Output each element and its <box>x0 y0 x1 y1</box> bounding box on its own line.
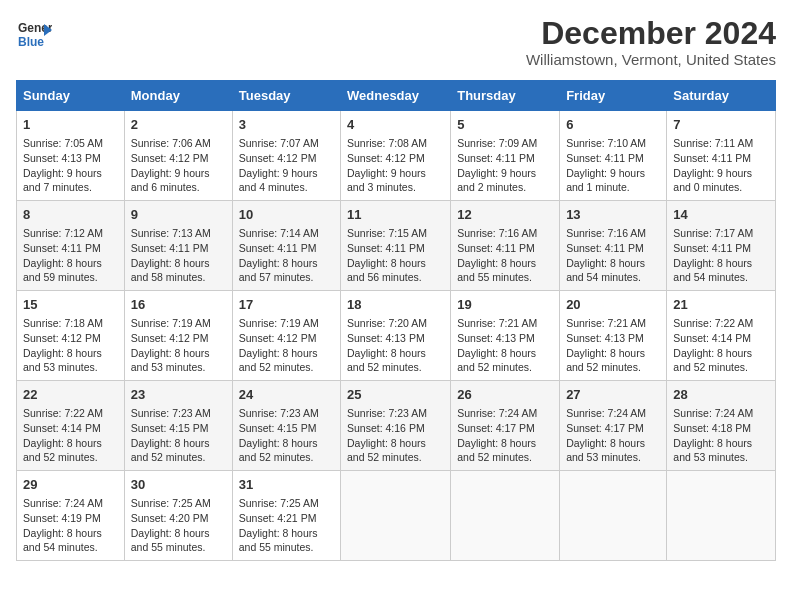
daylight-label: Daylight: 8 hours and 55 minutes. <box>457 257 536 284</box>
calendar-cell: 23 Sunrise: 7:23 AM Sunset: 4:15 PM Dayl… <box>124 381 232 471</box>
sunset-label: Sunset: 4:12 PM <box>131 332 209 344</box>
sunset-label: Sunset: 4:12 PM <box>239 332 317 344</box>
day-number: 12 <box>457 206 553 224</box>
day-header-tuesday: Tuesday <box>232 81 340 111</box>
daylight-label: Daylight: 8 hours and 55 minutes. <box>131 527 210 554</box>
sunrise-label: Sunrise: 7:23 AM <box>239 407 319 419</box>
sunrise-label: Sunrise: 7:17 AM <box>673 227 753 239</box>
day-number: 11 <box>347 206 444 224</box>
daylight-label: Daylight: 8 hours and 53 minutes. <box>131 347 210 374</box>
logo: General Blue <box>16 16 52 52</box>
day-header-friday: Friday <box>560 81 667 111</box>
day-number: 14 <box>673 206 769 224</box>
calendar-cell: 20 Sunrise: 7:21 AM Sunset: 4:13 PM Dayl… <box>560 291 667 381</box>
daylight-label: Daylight: 8 hours and 52 minutes. <box>239 347 318 374</box>
sunrise-label: Sunrise: 7:23 AM <box>131 407 211 419</box>
calendar-cell: 30 Sunrise: 7:25 AM Sunset: 4:20 PM Dayl… <box>124 470 232 560</box>
day-number: 29 <box>23 476 118 494</box>
sunset-label: Sunset: 4:14 PM <box>673 332 751 344</box>
month-title: December 2024 <box>526 16 776 51</box>
calendar-week-5: 29 Sunrise: 7:24 AM Sunset: 4:19 PM Dayl… <box>17 470 776 560</box>
day-number: 8 <box>23 206 118 224</box>
calendar-cell <box>560 470 667 560</box>
daylight-label: Daylight: 8 hours and 58 minutes. <box>131 257 210 284</box>
sunrise-label: Sunrise: 7:19 AM <box>239 317 319 329</box>
sunrise-label: Sunrise: 7:16 AM <box>457 227 537 239</box>
day-header-monday: Monday <box>124 81 232 111</box>
sunset-label: Sunset: 4:18 PM <box>673 422 751 434</box>
day-number: 20 <box>566 296 660 314</box>
calendar-cell: 3 Sunrise: 7:07 AM Sunset: 4:12 PM Dayli… <box>232 111 340 201</box>
calendar-cell: 10 Sunrise: 7:14 AM Sunset: 4:11 PM Dayl… <box>232 201 340 291</box>
sunrise-label: Sunrise: 7:22 AM <box>23 407 103 419</box>
daylight-label: Daylight: 9 hours and 1 minute. <box>566 167 645 194</box>
sunrise-label: Sunrise: 7:21 AM <box>457 317 537 329</box>
sunset-label: Sunset: 4:11 PM <box>566 152 644 164</box>
daylight-label: Daylight: 8 hours and 54 minutes. <box>673 257 752 284</box>
sunrise-label: Sunrise: 7:06 AM <box>131 137 211 149</box>
sunrise-label: Sunrise: 7:25 AM <box>131 497 211 509</box>
sunrise-label: Sunrise: 7:24 AM <box>23 497 103 509</box>
daylight-label: Daylight: 8 hours and 52 minutes. <box>566 347 645 374</box>
daylight-label: Daylight: 8 hours and 54 minutes. <box>23 527 102 554</box>
calendar-cell: 26 Sunrise: 7:24 AM Sunset: 4:17 PM Dayl… <box>451 381 560 471</box>
calendar-cell: 12 Sunrise: 7:16 AM Sunset: 4:11 PM Dayl… <box>451 201 560 291</box>
calendar-cell: 21 Sunrise: 7:22 AM Sunset: 4:14 PM Dayl… <box>667 291 776 381</box>
sunrise-label: Sunrise: 7:23 AM <box>347 407 427 419</box>
calendar-cell <box>341 470 451 560</box>
daylight-label: Daylight: 8 hours and 56 minutes. <box>347 257 426 284</box>
daylight-label: Daylight: 8 hours and 53 minutes. <box>673 437 752 464</box>
day-number: 16 <box>131 296 226 314</box>
calendar-week-4: 22 Sunrise: 7:22 AM Sunset: 4:14 PM Dayl… <box>17 381 776 471</box>
calendar-cell: 2 Sunrise: 7:06 AM Sunset: 4:12 PM Dayli… <box>124 111 232 201</box>
daylight-label: Daylight: 9 hours and 2 minutes. <box>457 167 536 194</box>
header: General Blue December 2024 Williamstown,… <box>16 16 776 68</box>
sunset-label: Sunset: 4:11 PM <box>239 242 317 254</box>
day-number: 4 <box>347 116 444 134</box>
daylight-label: Daylight: 8 hours and 52 minutes. <box>457 437 536 464</box>
daylight-label: Daylight: 9 hours and 3 minutes. <box>347 167 426 194</box>
daylight-label: Daylight: 8 hours and 53 minutes. <box>23 347 102 374</box>
daylight-label: Daylight: 8 hours and 52 minutes. <box>673 347 752 374</box>
day-header-wednesday: Wednesday <box>341 81 451 111</box>
sunrise-label: Sunrise: 7:05 AM <box>23 137 103 149</box>
sunrise-label: Sunrise: 7:18 AM <box>23 317 103 329</box>
sunset-label: Sunset: 4:13 PM <box>23 152 101 164</box>
day-number: 27 <box>566 386 660 404</box>
day-number: 28 <box>673 386 769 404</box>
sunrise-label: Sunrise: 7:13 AM <box>131 227 211 239</box>
sunset-label: Sunset: 4:15 PM <box>239 422 317 434</box>
daylight-label: Daylight: 8 hours and 57 minutes. <box>239 257 318 284</box>
calendar-cell: 11 Sunrise: 7:15 AM Sunset: 4:11 PM Dayl… <box>341 201 451 291</box>
sunset-label: Sunset: 4:19 PM <box>23 512 101 524</box>
day-number: 22 <box>23 386 118 404</box>
sunset-label: Sunset: 4:21 PM <box>239 512 317 524</box>
calendar-table: SundayMondayTuesdayWednesdayThursdayFrid… <box>16 80 776 561</box>
day-number: 9 <box>131 206 226 224</box>
calendar-cell: 22 Sunrise: 7:22 AM Sunset: 4:14 PM Dayl… <box>17 381 125 471</box>
calendar-cell: 6 Sunrise: 7:10 AM Sunset: 4:11 PM Dayli… <box>560 111 667 201</box>
sunset-label: Sunset: 4:17 PM <box>566 422 644 434</box>
sunset-label: Sunset: 4:11 PM <box>23 242 101 254</box>
daylight-label: Daylight: 9 hours and 4 minutes. <box>239 167 318 194</box>
calendar-cell: 29 Sunrise: 7:24 AM Sunset: 4:19 PM Dayl… <box>17 470 125 560</box>
day-number: 10 <box>239 206 334 224</box>
sunrise-label: Sunrise: 7:08 AM <box>347 137 427 149</box>
day-number: 23 <box>131 386 226 404</box>
calendar-cell: 31 Sunrise: 7:25 AM Sunset: 4:21 PM Dayl… <box>232 470 340 560</box>
sunset-label: Sunset: 4:11 PM <box>347 242 425 254</box>
sunset-label: Sunset: 4:11 PM <box>457 152 535 164</box>
sunset-label: Sunset: 4:13 PM <box>566 332 644 344</box>
daylight-label: Daylight: 9 hours and 0 minutes. <box>673 167 752 194</box>
sunrise-label: Sunrise: 7:09 AM <box>457 137 537 149</box>
calendar-week-2: 8 Sunrise: 7:12 AM Sunset: 4:11 PM Dayli… <box>17 201 776 291</box>
day-number: 1 <box>23 116 118 134</box>
day-number: 26 <box>457 386 553 404</box>
sunset-label: Sunset: 4:12 PM <box>347 152 425 164</box>
calendar-cell: 16 Sunrise: 7:19 AM Sunset: 4:12 PM Dayl… <box>124 291 232 381</box>
calendar-cell: 25 Sunrise: 7:23 AM Sunset: 4:16 PM Dayl… <box>341 381 451 471</box>
calendar-cell: 18 Sunrise: 7:20 AM Sunset: 4:13 PM Dayl… <box>341 291 451 381</box>
calendar-cell: 27 Sunrise: 7:24 AM Sunset: 4:17 PM Dayl… <box>560 381 667 471</box>
day-number: 19 <box>457 296 553 314</box>
location: Williamstown, Vermont, United States <box>526 51 776 68</box>
